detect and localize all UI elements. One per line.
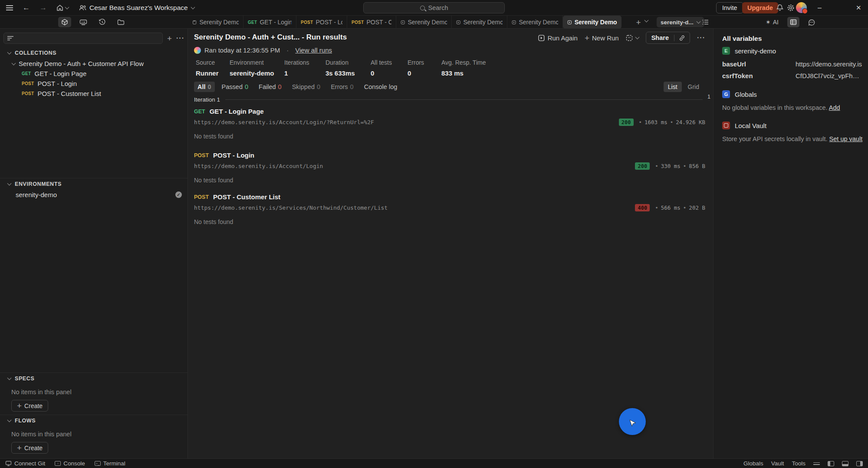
flows-section-header[interactable]: FLOWS: [0, 415, 188, 426]
environment-selector[interactable]: serenity-d...: [657, 17, 704, 27]
comments-panel-button[interactable]: [806, 17, 818, 27]
run-results-view: Serenity Demo - Auth + Cust... - Run res…: [188, 29, 713, 458]
flows-create-button[interactable]: Create: [11, 442, 48, 454]
tools-statusbar-button[interactable]: Tools: [792, 460, 806, 467]
window-close-button[interactable]: [856, 4, 861, 12]
chevron-down-icon: [65, 5, 69, 9]
files-rail-button[interactable]: [114, 17, 127, 27]
terminal-label: Terminal: [103, 460, 125, 467]
ai-label: AI: [773, 19, 779, 26]
share-button[interactable]: Share: [646, 34, 674, 41]
add-global-variable-link[interactable]: Add: [829, 104, 840, 111]
vault-statusbar-button[interactable]: Vault: [771, 460, 784, 467]
settings-gear-icon[interactable]: [787, 4, 795, 12]
collections-section-header[interactable]: COLLECTIONS: [0, 47, 188, 59]
console-button[interactable]: › Console: [55, 460, 85, 467]
result-url: https://demo.serenity.is/Account/Login/?…: [194, 119, 374, 125]
globals-group[interactable]: G Globals: [722, 90, 757, 98]
home-button[interactable]: [56, 4, 69, 11]
globals-statusbar-button[interactable]: Globals: [743, 460, 763, 467]
filter-passed[interactable]: Passed0: [218, 82, 252, 92]
tab-runner-2[interactable]: Serenity Demo - A: [452, 16, 507, 29]
collection-item[interactable]: Serenity Demo - Auth + Customer API Flow: [0, 59, 188, 69]
history-rail-button[interactable]: [95, 17, 108, 27]
filter-console-log[interactable]: Console log: [361, 82, 401, 92]
new-tab-button[interactable]: [633, 17, 644, 27]
set-up-vault-link[interactable]: Set up vault: [829, 135, 863, 142]
upgrade-button[interactable]: Upgrade: [742, 2, 778, 13]
result-request-name: GET - Login Page: [210, 108, 264, 115]
tab-request-post-login[interactable]: POST POST - Login: [296, 16, 347, 29]
window-minimize-button[interactable]: [818, 4, 822, 12]
run-more-options-button[interactable]: [697, 34, 705, 42]
dot-separator: •: [655, 204, 658, 211]
toggle-right-panel-icon[interactable]: [856, 461, 863, 466]
user-avatar[interactable]: [796, 2, 807, 13]
iteration-scroll-indicator: 1: [707, 94, 710, 100]
forward-icon[interactable]: →: [39, 4, 47, 11]
sidebar-more-button[interactable]: [176, 34, 184, 42]
toggle-left-panel-icon[interactable]: [828, 461, 834, 466]
connect-git-button[interactable]: Connect Git: [5, 460, 45, 467]
environment-quick-look-button[interactable]: [700, 17, 711, 27]
variable-row[interactable]: baseUrl https://demo.serenity.is: [722, 60, 863, 68]
workspace-switcher[interactable]: Cesar Beas Suarez's Workspace: [79, 4, 194, 12]
runner-icon: [401, 20, 405, 25]
no-tests-text: No tests found: [194, 177, 705, 184]
tab-request-get-login-page[interactable]: GET GET - Login Page: [243, 16, 296, 29]
list-view-button[interactable]: List: [664, 82, 682, 92]
variable-row[interactable]: csrfToken CfDJ8Cl7vciz_vpFhLi6fl...: [722, 72, 863, 79]
specs-section-header[interactable]: SPECS: [0, 373, 188, 384]
ai-assistant-button[interactable]: ✶ AI: [763, 17, 781, 27]
toggle-bottom-panel-icon[interactable]: [842, 461, 848, 466]
filter-failed[interactable]: Failed0: [255, 82, 285, 92]
git-monitor-icon: [5, 461, 12, 466]
settings-sliders-icon[interactable]: [813, 461, 820, 466]
search-input[interactable]: Search: [363, 2, 505, 13]
tab-request-post-customer[interactable]: POST POST - Custom: [347, 16, 396, 29]
sidebar-filter-input[interactable]: [3, 33, 163, 44]
filter-label: All: [197, 83, 206, 90]
collections-rail-button[interactable]: [58, 17, 71, 27]
request-item-post-customer-list[interactable]: POST POST - Customer List: [0, 89, 188, 99]
dot-separator: •: [639, 119, 642, 125]
copy-link-button[interactable]: [674, 35, 690, 41]
filter-errors[interactable]: Errors0: [327, 82, 357, 92]
hamburger-menu-icon[interactable]: [6, 5, 13, 10]
result-card-post-customer-list[interactable]: POST POST - Customer List https://demo.s…: [194, 193, 705, 225]
filter-all[interactable]: All0: [194, 82, 215, 92]
terminal-button[interactable]: >_ Terminal: [95, 460, 125, 467]
tab-runner-1[interactable]: Serenity Demo - A: [396, 16, 452, 29]
back-icon[interactable]: ←: [23, 4, 30, 11]
environment-item[interactable]: serenity-demo ✓: [0, 190, 188, 200]
request-item-post-login[interactable]: POST POST - Login: [0, 79, 188, 89]
request-item-get-login-page[interactable]: GET GET - Login Page: [0, 69, 188, 79]
plus-icon: [17, 402, 22, 410]
tab-runner-3[interactable]: Serenity Demo - A: [507, 16, 563, 29]
tab-runner-active[interactable]: Serenity Demo - A: [563, 16, 621, 29]
grid-view-button[interactable]: Grid: [684, 82, 704, 92]
environments-section-label: ENVIRONMENTS: [15, 181, 62, 187]
tab-options-chevron-icon[interactable]: [644, 18, 649, 23]
variable-name: csrfToken: [722, 72, 796, 79]
automate-run-button[interactable]: [626, 35, 639, 41]
result-card-post-login[interactable]: POST POST - Login https://demo.serenity.…: [194, 152, 705, 184]
notifications-bell-icon[interactable]: [776, 4, 784, 12]
summary-value: 0: [371, 69, 408, 77]
variables-panel-title: All variables: [722, 35, 762, 43]
local-vault-group[interactable]: Local Vault: [722, 122, 766, 129]
filter-skipped[interactable]: Skipped0: [289, 82, 324, 92]
invite-button[interactable]: Invite: [716, 2, 743, 13]
view-all-runs-link[interactable]: View all runs: [295, 46, 332, 54]
run-again-button[interactable]: Run Again: [538, 34, 578, 42]
environments-section-header[interactable]: ENVIRONMENTS: [0, 178, 188, 190]
apis-rail-button[interactable]: [77, 17, 90, 27]
tab-collection[interactable]: Serenity Demo - A: [188, 16, 243, 29]
variables-panel-button[interactable]: [787, 17, 799, 27]
sidebar-add-button[interactable]: [167, 34, 172, 43]
new-run-button[interactable]: New Run: [585, 34, 619, 42]
result-card-get-login-page[interactable]: GET GET - Login Page https://demo.sereni…: [194, 108, 705, 140]
specs-create-button[interactable]: Create: [11, 400, 48, 412]
environment-group[interactable]: E serenity-demo: [722, 47, 776, 55]
request-name: POST - Customer List: [37, 90, 101, 97]
